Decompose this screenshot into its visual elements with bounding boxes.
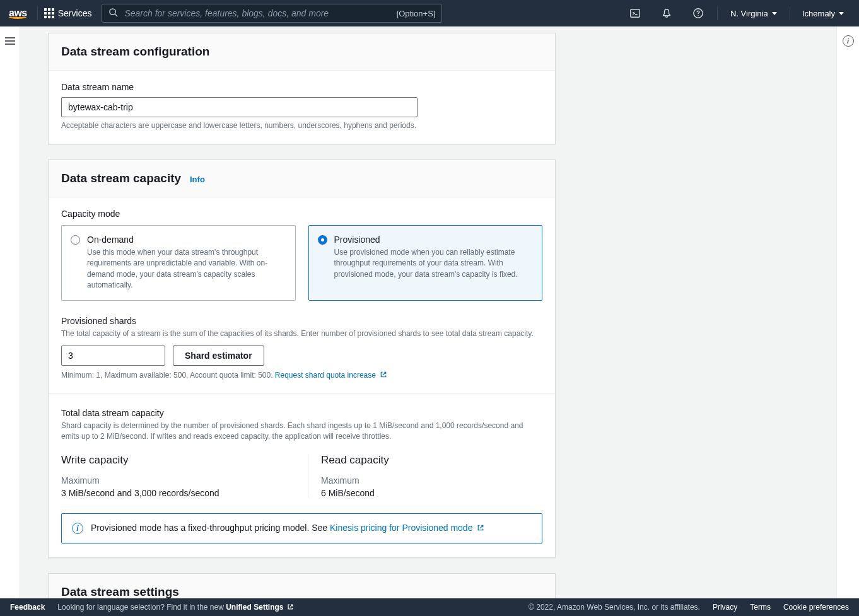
read-capacity-heading: Read capacity [321,454,542,467]
pricing-link[interactable]: Kinesis pricing for Provisioned mode [330,523,484,533]
write-capacity-value: 3 MiB/second and 3,000 records/second [61,488,283,498]
pricing-alert: i Provisioned mode has a fixed-throughpu… [61,513,542,543]
capacity-option-provisioned[interactable]: Provisioned Use provisioned mode when yo… [308,225,543,301]
external-link-icon [477,524,484,532]
privacy-link[interactable]: Privacy [713,603,737,612]
provisioned-desc: Use provisioned mode when you can reliab… [334,247,534,280]
main-content: Data stream configuration Data stream na… [20,26,836,598]
nav-divider [790,6,790,20]
radio-icon [71,235,80,245]
settings-header: Data stream settings [61,585,542,598]
shard-estimator-button[interactable]: Shard estimator [173,346,264,366]
capacity-header: Data stream capacity [61,171,181,185]
quota-increase-link[interactable]: Request shard quota increase [275,371,387,380]
region-selector[interactable]: N. Virginia [724,9,783,18]
services-menu[interactable]: Services [44,8,92,18]
search-shortcut: [Option+S] [397,9,436,18]
unified-settings-link[interactable]: Unified Settings [226,603,294,612]
capacity-info-link[interactable]: Info [190,175,205,184]
write-capacity-col: Write capacity Maximum 3 MiB/second and … [61,454,283,498]
search-input[interactable] [124,8,396,18]
panel-capacity: Data stream capacity Info Capacity mode … [48,160,556,558]
info-panel-toggle[interactable]: i [843,35,854,47]
stream-name-input[interactable] [61,97,418,117]
help-icon[interactable] [686,8,711,19]
right-rail: i [836,26,859,598]
panel-settings: Data stream settings [48,573,556,598]
read-capacity-sub: Maximum [321,475,542,485]
total-capacity-label: Total data stream capacity [61,408,542,418]
copyright-text: © 2022, Amazon Web Services, Inc. or its… [529,603,700,612]
shards-label: Provisioned shards [61,316,542,326]
global-search[interactable]: [Option+S] [102,4,442,23]
top-nav: aws Services [Option+S] N. Virginia lche… [0,0,859,26]
panel-configuration: Data stream configuration Data stream na… [48,33,556,144]
search-icon [108,8,118,19]
provisioned-title: Provisioned [334,235,534,245]
aws-logo[interactable]: aws [9,8,27,19]
read-capacity-col: Read capacity Maximum 6 MiB/second [308,454,542,498]
divider [49,393,555,394]
ondemand-title: On-demand [87,235,286,245]
account-menu[interactable]: lchemaly [797,9,850,18]
write-capacity-heading: Write capacity [61,454,283,467]
notifications-icon[interactable] [654,8,679,19]
capacity-columns: Write capacity Maximum 3 MiB/second and … [61,454,542,498]
left-rail [0,26,20,598]
capacity-mode-options: On-demand Use this mode when your data s… [61,225,542,301]
radio-icon [318,235,327,245]
config-header: Data stream configuration [61,45,542,59]
language-hint: Looking for language selection? Find it … [57,603,294,612]
feedback-link[interactable]: Feedback [10,603,45,612]
info-icon: i [72,523,83,534]
cloudshell-icon[interactable] [622,8,648,19]
stream-name-hint: Acceptable characters are uppercase and … [61,121,542,130]
footer-bar: Feedback Looking for language selection?… [0,598,859,616]
grid-icon [44,8,54,18]
stream-name-label: Data stream name [61,82,542,92]
chevron-down-icon [839,12,844,15]
hamburger-icon[interactable] [5,35,15,47]
capacity-mode-label: Capacity mode [61,209,542,219]
read-capacity-value: 6 MiB/second [321,488,542,498]
capacity-option-ondemand[interactable]: On-demand Use this mode when your data s… [61,225,296,301]
services-label: Services [58,8,92,18]
nav-divider [37,6,38,20]
nav-divider [717,6,718,20]
svg-point-0 [110,9,115,15]
cookie-preferences-link[interactable]: Cookie preferences [783,603,849,612]
shards-input[interactable] [61,346,165,366]
ondemand-desc: Use this mode when your data stream's th… [87,247,286,291]
chevron-down-icon [772,12,777,15]
svg-point-5 [698,15,699,16]
terms-link[interactable]: Terms [750,603,771,612]
external-link-icon [287,603,294,610]
total-capacity-hint: Shard capacity is determined by the numb… [61,421,542,443]
write-capacity-sub: Maximum [61,475,283,485]
svg-line-1 [115,14,118,16]
external-link-icon [380,371,387,378]
shards-hint: The total capacity of a stream is the su… [61,328,542,339]
shards-limits: Minimum: 1, Maximum available: 500, Acco… [61,371,542,380]
